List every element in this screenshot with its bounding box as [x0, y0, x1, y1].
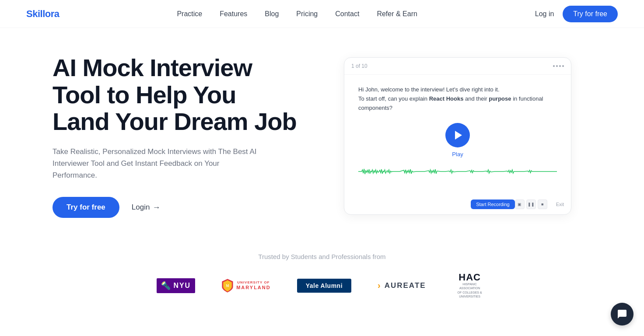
hero-actions: Try for free Login → [52, 197, 298, 218]
logo[interactable]: Skillora [26, 8, 59, 20]
card-greeting: Hi John, welcome to the interview! Let's… [358, 86, 500, 93]
logo-hac: HAC HISPANIC ASSOCIATIONOF COLLEGES &UNI… [452, 273, 487, 298]
ctrl-btn-2[interactable]: ❚❚ [526, 200, 536, 209]
nav-blog[interactable]: Blog [265, 10, 279, 18]
hero-left: AI Mock Interview Tool to Help You Land … [52, 54, 298, 218]
play-triangle-icon [455, 131, 462, 140]
interview-card: 1 of 10 Hi John, welcome to the intervie… [344, 57, 571, 215]
umd-label-top: UNIVERSITY OF [236, 280, 271, 285]
hero-right: 1 of 10 Hi John, welcome to the intervie… [324, 57, 592, 215]
trusted-label: Trusted by Students and Professionals fr… [26, 253, 618, 260]
nav-actions: Log in Try for free [535, 6, 618, 22]
hero-subtitle: Take Realistic, Personalized Mock Interv… [52, 146, 262, 182]
play-button[interactable] [445, 123, 470, 147]
exit-button[interactable]: Exit [556, 202, 564, 207]
card-topbar: 1 of 10 [344, 58, 571, 75]
svg-text:M: M [226, 284, 230, 287]
start-recording-button[interactable]: Start Recording [471, 200, 514, 209]
trusted-logos: 🔦 NYU M UNIVERSITY OF MARYLAND Yale Alum… [26, 273, 618, 298]
card-bold2: purpose [489, 95, 511, 102]
nav-cta-button[interactable]: Try for free [563, 6, 618, 22]
trusted-section: Trusted by Students and Professionals fr… [0, 235, 644, 315]
aureate-text: AUREATE [385, 281, 426, 290]
card-question-start: To start off, can you explain [358, 95, 429, 102]
umd-shield-icon: M [221, 278, 234, 293]
login-link[interactable]: Log in [535, 10, 554, 18]
nav-refer[interactable]: Refer & Earn [377, 10, 417, 18]
logo-aureate: › AUREATE [378, 280, 426, 290]
ctrl-btn-1[interactable]: ▣ [515, 200, 525, 209]
arrow-right-icon: → [152, 203, 160, 212]
nav-features[interactable]: Features [220, 10, 247, 18]
logo-yale: Yale Alumni [297, 279, 351, 293]
navbar: Skillora Practice Features Blog Pricing … [0, 0, 644, 28]
logo-umd: M UNIVERSITY OF MARYLAND [221, 278, 271, 293]
logo-nyu: 🔦 NYU [157, 278, 195, 293]
chat-widget[interactable] [611, 303, 634, 326]
hero-title: AI Mock Interview Tool to Help You Land … [52, 54, 298, 135]
hac-subtext: HISPANIC ASSOCIATIONOF COLLEGES &UNIVERS… [452, 282, 487, 298]
card-bold1: React Hooks [429, 95, 464, 102]
hero-login-button[interactable]: Login → [132, 203, 161, 212]
umd-label-bottom: MARYLAND [236, 285, 271, 290]
waveform [358, 166, 557, 177]
nyu-torch-icon: 🔦 [161, 281, 171, 290]
card-body: Hi John, welcome to the interview! Let's… [344, 75, 571, 196]
yale-text: Yale Alumni [306, 282, 343, 289]
aureate-chevron-icon: › [378, 280, 381, 290]
play-button-wrapper: Play [445, 123, 470, 158]
nav-links: Practice Features Blog Pricing Contact R… [177, 10, 417, 18]
nav-practice[interactable]: Practice [177, 10, 202, 18]
card-expand-icon[interactable] [553, 65, 564, 67]
card-question-mid: and their [463, 95, 489, 102]
card-message: Hi John, welcome to the interview! Let's… [358, 85, 557, 112]
hero-login-label: Login [132, 203, 150, 212]
card-controls: ▣ ❚❚ ■ [515, 200, 547, 209]
hero-cta-button[interactable]: Try for free [52, 197, 119, 218]
chat-icon [617, 309, 627, 319]
ctrl-btn-3[interactable]: ■ [538, 200, 547, 209]
card-bottom-row: Start Recording ▣ ❚❚ ■ Exit [344, 196, 571, 214]
hero-section: AI Mock Interview Tool to Help You Land … [0, 28, 644, 235]
nav-contact[interactable]: Contact [335, 10, 359, 18]
play-label: Play [452, 151, 463, 158]
card-counter: 1 of 10 [351, 63, 368, 69]
nav-pricing[interactable]: Pricing [296, 10, 318, 18]
nyu-text: NYU [173, 282, 191, 290]
hac-text: HAC [458, 273, 481, 282]
